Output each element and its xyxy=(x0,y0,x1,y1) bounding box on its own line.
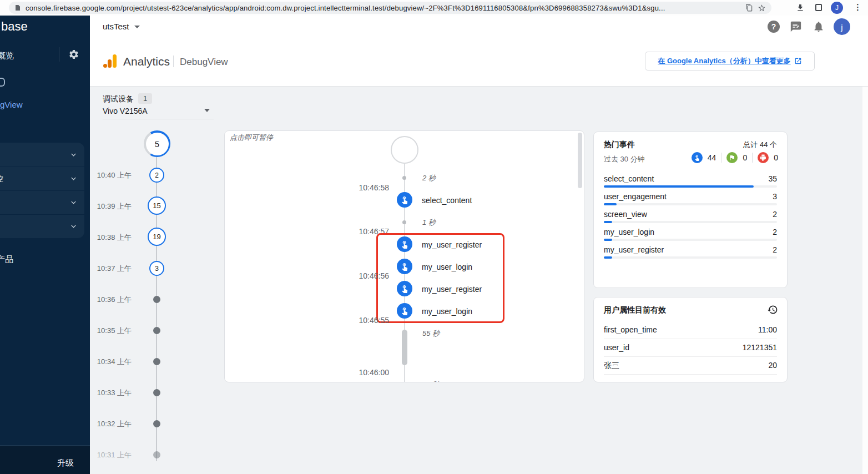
top-event-row[interactable]: user_engagement 3 xyxy=(604,189,777,206)
device-selector-caret-icon[interactable] xyxy=(204,109,210,112)
event-name[interactable]: my_user_login xyxy=(604,228,654,236)
chevron-down-icon[interactable] xyxy=(70,199,77,206)
event-count: 2 xyxy=(773,210,777,219)
user-properties-title: 用户属性目前有效 xyxy=(604,305,666,315)
top-event-row[interactable]: select_content 35 xyxy=(604,171,777,189)
address-bar[interactable]: console.firebase.google.com/project/utst… xyxy=(9,2,771,14)
property-name: first_open_time xyxy=(604,325,657,334)
event-bar-track xyxy=(604,239,777,241)
stream-timestamp: 10:46:00 xyxy=(334,368,389,377)
side-panel-icon[interactable] xyxy=(815,4,822,11)
url-text[interactable]: console.firebase.google.com/project/utst… xyxy=(26,4,741,12)
current-minute-progress-ring[interactable]: 5 xyxy=(144,130,170,157)
event-stream-panel[interactable]: 点击即可暂停 2 秒 10:46:58 select_content 1 秒 1… xyxy=(224,130,584,382)
browser-menu-icon[interactable]: ⋮ xyxy=(854,2,862,12)
sidebar-item-project-overview[interactable]: 概览 xyxy=(0,51,14,61)
property-value: 12121351 xyxy=(743,343,777,352)
project-switcher-label[interactable]: utsTest xyxy=(103,22,129,31)
property-value: 20 xyxy=(768,361,777,370)
gap-duration: 60 秒 xyxy=(422,380,440,382)
event-bar-track xyxy=(604,221,777,223)
sidebar-nav: base 概览 gView 控 产品 升级 xyxy=(0,16,90,474)
help-icon[interactable]: ? xyxy=(768,21,780,33)
user-property-row: first_open_time 11:00 xyxy=(604,321,777,339)
sidebar-section-release-monitor-fragment[interactable]: 控 xyxy=(0,174,3,184)
event-count: 2 xyxy=(773,228,777,236)
chevron-down-icon[interactable] xyxy=(70,223,77,230)
sidebar-section-divider xyxy=(0,190,84,191)
counter-divider xyxy=(752,153,753,163)
minute-label: 10:31 上午 xyxy=(82,450,132,460)
user-property-row: user_id 12121351 xyxy=(604,339,777,357)
event-bar-fill xyxy=(604,221,612,223)
page-title-section: DebugView xyxy=(180,57,228,68)
minute-event-bubble[interactable]: 3 xyxy=(149,261,164,276)
minute-empty-dot xyxy=(153,451,160,458)
feedback-icon[interactable] xyxy=(790,21,802,33)
stream-event-name[interactable]: select_content xyxy=(422,196,472,205)
sidebar-section-divider xyxy=(0,214,84,215)
page-info-icon[interactable] xyxy=(14,4,21,11)
settings-gear-icon[interactable] xyxy=(68,49,79,60)
chevron-down-icon[interactable] xyxy=(70,175,77,182)
minute-label: 10:33 上午 xyxy=(82,388,132,398)
save-page-icon[interactable] xyxy=(745,4,753,12)
event-bar-fill xyxy=(604,256,612,259)
minute-label: 10:36 上午 xyxy=(82,295,132,305)
stream-event-name[interactable]: my_user_login xyxy=(422,263,472,271)
project-switcher-caret-icon[interactable] xyxy=(134,26,140,28)
event-tap-icon[interactable] xyxy=(397,303,412,319)
external-link-icon xyxy=(794,57,802,65)
minute-event-bubble[interactable]: 19 xyxy=(148,228,166,246)
history-clock-icon[interactable] xyxy=(767,304,778,315)
event-bar-track xyxy=(604,256,777,259)
sidebar-item-all-products-fragment[interactable]: 产品 xyxy=(0,254,13,265)
page-title-product: Analytics xyxy=(123,55,170,68)
stream-scrollbar-thumb[interactable] xyxy=(578,133,582,188)
page-scrollbar-track[interactable] xyxy=(862,87,868,474)
event-tap-icon[interactable] xyxy=(397,192,412,208)
open-in-ga-button[interactable]: 在 Google Analytics（分析）中查看更多 xyxy=(645,52,815,70)
debug-devices-label: 调试设备 xyxy=(103,94,134,104)
top-event-row[interactable]: my_user_login 2 xyxy=(604,224,777,242)
gap-dot xyxy=(402,176,406,180)
top-event-row[interactable]: screen_view 2 xyxy=(604,206,777,224)
stream-event-name[interactable]: my_user_register xyxy=(422,240,482,249)
upgrade-button[interactable]: 升级 xyxy=(57,458,74,468)
chevron-down-icon[interactable] xyxy=(70,151,77,158)
notifications-bell-icon[interactable] xyxy=(813,21,825,33)
minute-event-bubble[interactable]: 2 xyxy=(149,168,164,183)
stream-event-name[interactable]: my_user_register xyxy=(422,285,482,294)
downloads-icon[interactable] xyxy=(796,3,805,12)
property-value: 11:00 xyxy=(758,325,777,334)
debugview-screen: console.firebase.google.com/project/utst… xyxy=(0,0,868,474)
user-avatar[interactable]: j xyxy=(834,18,850,35)
minute-label: 10:32 上午 xyxy=(82,419,132,429)
minute-empty-dot xyxy=(153,327,160,334)
bookmark-star-icon[interactable] xyxy=(758,4,766,12)
event-name[interactable]: my_user_register xyxy=(604,245,664,254)
top-event-row[interactable]: my_user_register 2 xyxy=(604,242,777,260)
event-bar-track xyxy=(604,185,777,188)
conversions-flag-icon xyxy=(726,152,738,163)
user-properties-card: 用户属性目前有效 first_open_time 11:00 user_id 1… xyxy=(593,297,788,382)
event-name[interactable]: user_engagement xyxy=(604,192,667,201)
device-selector-value[interactable]: Vivo V2156A xyxy=(103,107,148,115)
minute-empty-dot xyxy=(153,296,160,303)
event-tap-icon[interactable] xyxy=(397,281,412,296)
minute-label: 10:35 上午 xyxy=(82,326,132,336)
sidebar-item-debugview[interactable]: gView xyxy=(0,100,23,109)
stream-event-name[interactable]: my_user_login xyxy=(422,307,472,316)
errors-counter-value: 0 xyxy=(774,153,778,162)
event-tap-icon[interactable] xyxy=(397,259,412,274)
minute-empty-dot xyxy=(153,389,160,396)
user-property-row: 张三 20 xyxy=(604,356,777,375)
stream-timestamp: 10:46:58 xyxy=(334,183,389,192)
open-in-ga-label[interactable]: 在 Google Analytics（分析）中查看更多 xyxy=(658,56,790,66)
minute-event-bubble[interactable]: 15 xyxy=(148,196,166,215)
event-name[interactable]: select_content xyxy=(604,174,654,183)
event-tap-icon[interactable] xyxy=(397,236,412,252)
browser-profile-avatar[interactable]: J xyxy=(831,2,843,14)
event-name[interactable]: screen_view xyxy=(604,210,647,219)
stream-timestamp: 10:46:55 xyxy=(334,316,389,325)
